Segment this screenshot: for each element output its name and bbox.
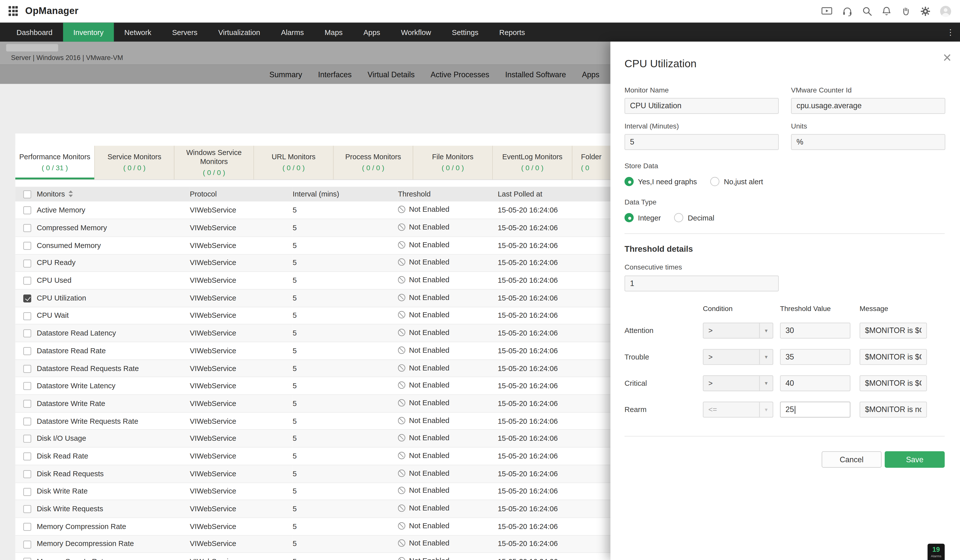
- row-checkbox[interactable]: [23, 453, 31, 461]
- condition-select-attention[interactable]: >▾: [703, 323, 773, 339]
- row-checkbox[interactable]: [23, 365, 31, 373]
- table-row-datastore-read-rate[interactable]: Datastore Read RateVIWebService5Not Enab…: [15, 342, 610, 360]
- headset-icon[interactable]: [842, 6, 853, 16]
- monitor-tab-performance-monitors[interactable]: Performance Monitors( 0 / 31 ): [15, 146, 95, 179]
- monitor-name-input[interactable]: [624, 98, 779, 114]
- threshold-value-input-trouble[interactable]: 35: [780, 349, 851, 365]
- monitor-tab-windows-service-monitors[interactable]: Windows Service Monitors( 0 / 0 ): [174, 146, 254, 179]
- device-tab-summary[interactable]: Summary: [269, 70, 302, 78]
- row-checkbox[interactable]: [23, 488, 31, 496]
- monitor-name-cell[interactable]: Disk I/O Usage: [37, 430, 190, 447]
- nav-item-settings[interactable]: Settings: [442, 23, 489, 42]
- message-input-rearm[interactable]: [859, 402, 927, 418]
- monitor-name-cell[interactable]: Disk Write Rate: [37, 483, 190, 500]
- message-input-attention[interactable]: [859, 323, 927, 339]
- row-checkbox[interactable]: [23, 224, 31, 232]
- monitor-name-cell[interactable]: CPU Used: [37, 272, 190, 289]
- nav-item-network[interactable]: Network: [114, 23, 162, 42]
- table-row-cpu-ready[interactable]: CPU ReadyVIWebService5Not Enabled15-05-2…: [15, 254, 610, 272]
- table-row-disk-i-o-usage[interactable]: Disk I/O UsageVIWebService5Not Enabled15…: [15, 430, 610, 447]
- device-tab-active-processes[interactable]: Active Processes: [430, 70, 489, 78]
- row-checkbox[interactable]: [23, 523, 31, 531]
- radio-option-integer[interactable]: Integer: [624, 213, 661, 222]
- bell-icon[interactable]: [882, 6, 891, 16]
- table-row-active-memory[interactable]: Active MemoryVIWebService5Not Enabled15-…: [15, 202, 610, 219]
- gear-icon[interactable]: [920, 6, 931, 16]
- cancel-button[interactable]: Cancel: [822, 451, 882, 468]
- monitor-name-cell[interactable]: CPU Utilization: [37, 289, 190, 307]
- monitor-name-cell[interactable]: Memory Decompression Rate: [37, 535, 190, 553]
- row-checkbox[interactable]: [23, 382, 31, 390]
- nav-item-reports[interactable]: Reports: [489, 23, 535, 42]
- table-row-disk-read-rate[interactable]: Disk Read RateVIWebService5Not Enabled15…: [15, 447, 610, 465]
- row-checkbox[interactable]: [23, 400, 31, 408]
- row-checkbox[interactable]: [23, 347, 31, 355]
- device-tab-apps[interactable]: Apps: [582, 70, 600, 78]
- nav-item-inventory[interactable]: Inventory: [63, 23, 114, 42]
- units-input[interactable]: [791, 134, 945, 150]
- table-row-memory-decompression-rate[interactable]: Memory Decompression RateVIWebService5No…: [15, 535, 610, 553]
- monitor-name-cell[interactable]: Datastore Write Latency: [37, 377, 190, 395]
- row-checkbox[interactable]: [23, 330, 31, 338]
- monitor-name-cell[interactable]: CPU Wait: [37, 307, 190, 324]
- row-checkbox[interactable]: [23, 242, 31, 250]
- table-row-datastore-write-latency[interactable]: Datastore Write LatencyVIWebService5Not …: [15, 377, 610, 395]
- table-row-datastore-read-latency[interactable]: Datastore Read LatencyVIWebService5Not E…: [15, 325, 610, 342]
- row-checkbox[interactable]: [23, 294, 31, 302]
- radio-option-decimal[interactable]: Decimal: [674, 213, 714, 222]
- nav-item-workflow[interactable]: Workflow: [390, 23, 442, 42]
- table-row-cpu-utilization[interactable]: CPU UtilizationVIWebService5Not Enabled1…: [15, 289, 610, 307]
- nav-item-virtualization[interactable]: Virtualization: [208, 23, 270, 42]
- table-row-cpu-wait[interactable]: CPU WaitVIWebService5Not Enabled15-05-20…: [15, 307, 610, 324]
- row-checkbox[interactable]: [23, 312, 31, 320]
- monitor-name-cell[interactable]: Datastore Write Requests Rate: [37, 412, 190, 430]
- table-row-disk-write-requests[interactable]: Disk Write RequestsVIWebService5Not Enab…: [15, 500, 610, 517]
- monitor-name-cell[interactable]: Datastore Read Requests Rate: [37, 360, 190, 377]
- row-checkbox[interactable]: [23, 505, 31, 513]
- threshold-value-input-rearm[interactable]: 25: [780, 402, 851, 418]
- select-all-checkbox[interactable]: [23, 190, 31, 198]
- monitor-tab-folder[interactable]: Folder( 0: [573, 146, 611, 179]
- device-tab-interfaces[interactable]: Interfaces: [318, 70, 352, 78]
- monitor-name-cell[interactable]: Disk Write Requests: [37, 500, 190, 517]
- column-header-protocol[interactable]: Protocol: [190, 187, 293, 202]
- monitor-name-cell[interactable]: Memory SwapIn Rate: [37, 553, 190, 560]
- monitor-tab-eventlog-monitors[interactable]: EventLog Monitors( 0 / 0 ): [493, 146, 572, 179]
- table-row-datastore-read-requests-rate[interactable]: Datastore Read Requests RateVIWebService…: [15, 360, 610, 377]
- table-row-memory-swapin-rate[interactable]: Memory SwapIn RateVIWebService5Not Enabl…: [15, 553, 610, 560]
- row-checkbox[interactable]: [23, 558, 31, 560]
- search-icon[interactable]: [862, 6, 872, 16]
- table-row-compressed-memory[interactable]: Compressed MemoryVIWebService5Not Enable…: [15, 219, 610, 237]
- user-avatar[interactable]: [940, 5, 952, 17]
- nav-item-alarms[interactable]: Alarms: [270, 23, 314, 42]
- message-input-critical[interactable]: [859, 375, 927, 391]
- consecutive-times-input[interactable]: [624, 275, 779, 291]
- nav-item-apps[interactable]: Apps: [353, 23, 390, 42]
- nav-item-dashboard[interactable]: Dashboard: [6, 23, 63, 42]
- row-checkbox[interactable]: [23, 435, 31, 443]
- row-checkbox[interactable]: [23, 277, 31, 285]
- monitor-name-cell[interactable]: Datastore Read Rate: [37, 342, 190, 360]
- hand-icon[interactable]: [901, 6, 911, 16]
- monitor-name-cell[interactable]: Memory Compression Rate: [37, 517, 190, 535]
- monitor-name-cell[interactable]: Disk Read Rate: [37, 447, 190, 465]
- monitor-name-cell[interactable]: Compressed Memory: [37, 219, 190, 237]
- nav-item-maps[interactable]: Maps: [314, 23, 353, 42]
- monitor-name-cell[interactable]: Datastore Write Rate: [37, 395, 190, 412]
- monitor-name-cell[interactable]: Disk Read Requests: [37, 465, 190, 483]
- nav-item-servers[interactable]: Servers: [162, 23, 208, 42]
- table-row-memory-compression-rate[interactable]: Memory Compression RateVIWebService5Not …: [15, 517, 610, 535]
- monitor-tab-url-monitors[interactable]: URL Monitors( 0 / 0 ): [254, 146, 333, 179]
- device-tab-virtual-details[interactable]: Virtual Details: [368, 70, 414, 78]
- interval-input[interactable]: [624, 134, 779, 150]
- monitor-name-cell[interactable]: Consumed Memory: [37, 237, 190, 254]
- column-header-monitors[interactable]: Monitors: [37, 187, 190, 202]
- table-row-consumed-memory[interactable]: Consumed MemoryVIWebService5Not Enabled1…: [15, 237, 610, 254]
- condition-select-trouble[interactable]: >▾: [703, 349, 773, 365]
- monitor-tab-file-monitors[interactable]: File Monitors( 0 / 0 ): [413, 146, 493, 179]
- column-header-interval-mins[interactable]: Interval (mins): [293, 187, 398, 202]
- row-checkbox[interactable]: [23, 418, 31, 426]
- message-input-trouble[interactable]: [859, 349, 927, 365]
- radio-option-yes-i-need-graphs[interactable]: Yes,I need graphs: [624, 177, 697, 186]
- radio-option-no-just-alert[interactable]: No,just alert: [710, 177, 763, 186]
